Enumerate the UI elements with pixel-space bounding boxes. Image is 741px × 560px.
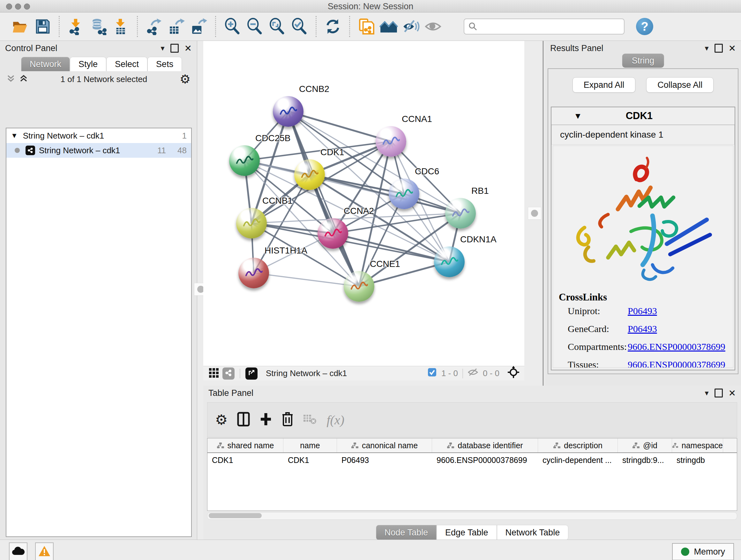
collapse-all-networks-button[interactable] [19, 74, 28, 84]
column-header-description[interactable]: description [538, 438, 618, 452]
help-button[interactable]: ? [636, 18, 653, 35]
crosslink-link[interactable]: P06493 [628, 306, 657, 316]
tab-edge-table[interactable]: Edge Table [436, 525, 497, 540]
create-column-button[interactable] [259, 412, 272, 428]
collapse-all-button[interactable]: Collapse All [646, 77, 714, 92]
network-node-hist1h1a[interactable] [239, 258, 269, 288]
warnings-button[interactable] [35, 543, 54, 560]
network-node-cdk1[interactable] [294, 159, 325, 190]
network-edge[interactable] [254, 273, 359, 287]
delete-column-button[interactable] [282, 412, 293, 428]
network-node-ccna2[interactable] [318, 218, 348, 249]
save-session-button[interactable] [33, 17, 51, 36]
column-header-label: canonical name [362, 441, 418, 450]
close-panel-icon[interactable]: ✕ [185, 43, 192, 54]
zoom-fit-button[interactable] [268, 17, 286, 36]
export-image-button[interactable] [190, 17, 208, 36]
tab-string[interactable]: String [622, 54, 664, 68]
network-node-ccna1[interactable] [376, 126, 406, 157]
houses-icon [380, 18, 398, 35]
crosslink-link[interactable]: 9606.ENSP00000378699 [628, 341, 725, 352]
crosslink-link[interactable]: P06493 [628, 323, 657, 334]
show-selected-button[interactable] [424, 17, 442, 36]
external-link-icon [248, 369, 255, 378]
table-options-gear-icon[interactable]: ⚙ [215, 413, 227, 427]
tab-network[interactable]: Network [21, 57, 70, 71]
panel-menu-icon[interactable]: ▾ [704, 44, 709, 53]
function-builder-button[interactable]: f(x) [327, 413, 344, 428]
table-cell: stringdb [672, 453, 723, 467]
birdseye-navigator-button[interactable] [507, 366, 520, 381]
home-networks-button[interactable] [380, 17, 398, 36]
network-node-cdc6[interactable] [389, 179, 419, 209]
network-edge[interactable] [333, 233, 449, 262]
float-panel-icon[interactable] [715, 388, 723, 397]
network-row[interactable]: String Network – cdk1 11 48 [6, 143, 191, 158]
string-style-button[interactable] [222, 368, 234, 380]
float-panel-icon[interactable] [171, 44, 179, 53]
float-panel-icon[interactable] [715, 44, 723, 53]
open-in-browser-button[interactable] [246, 368, 258, 380]
export-table-button[interactable] [167, 17, 185, 36]
scrollbar-thumb[interactable] [209, 513, 262, 518]
expand-all-networks-button[interactable] [6, 74, 15, 84]
column-header-name[interactable]: name [283, 438, 337, 452]
protein-thumbnail-icon [324, 226, 342, 240]
zoom-out-button[interactable] [246, 17, 264, 36]
search-icon [468, 22, 478, 31]
column-header-shared-name[interactable]: shared name [207, 438, 283, 452]
expand-all-button[interactable]: Expand All [572, 77, 636, 92]
zoom-in-button[interactable] [223, 17, 241, 36]
tab-node-table[interactable]: Node Table [376, 525, 436, 540]
network-view-canvas[interactable]: CCNB2CCNA1CDC25BCDK1CDC6RB1CCNB1CCNA2CDK… [203, 41, 524, 366]
tab-select[interactable]: Select [106, 57, 147, 71]
network-collection-row[interactable]: ▼ String Network – cdk1 1 [6, 128, 191, 143]
table-row[interactable]: CDK1CDK1P064939606.ENSP00000378699cyclin… [207, 453, 737, 467]
eye-slash-icon [402, 18, 420, 35]
refresh-button[interactable] [324, 17, 342, 36]
column-header-database-identifier[interactable]: database identifier [432, 438, 538, 452]
right-divider-handle[interactable] [528, 207, 541, 220]
close-panel-icon[interactable]: ✕ [729, 388, 736, 398]
section-collapse-icon[interactable]: ▼ [574, 111, 582, 121]
network-options-gear-icon[interactable]: ⚙ [180, 73, 191, 85]
show-columns-button[interactable] [237, 412, 250, 428]
open-session-button[interactable] [11, 17, 29, 36]
network-node-ccnb1[interactable] [236, 208, 267, 239]
collection-collapse-icon[interactable]: ▼ [11, 132, 18, 140]
table-horizontal-scrollbar[interactable] [207, 512, 737, 520]
network-node-cdc25b[interactable] [229, 145, 260, 176]
zoom-selected-button[interactable] [290, 17, 308, 36]
protein-thumbnail-icon [300, 168, 319, 182]
export-network-button[interactable] [145, 17, 163, 36]
network-node-rb1[interactable] [445, 198, 476, 229]
network-node-ccne1[interactable] [344, 271, 374, 302]
column-header-namespace[interactable]: namespace [672, 438, 723, 452]
tab-sets[interactable]: Sets [147, 57, 182, 71]
close-panel-icon[interactable]: ✕ [729, 43, 736, 54]
panel-menu-icon[interactable]: ▾ [160, 44, 164, 53]
grid-view-button[interactable] [208, 368, 220, 380]
column-header--id[interactable]: @id [618, 438, 672, 452]
clear-table-button[interactable] [303, 414, 317, 426]
network-node-cdkn1a[interactable] [434, 246, 465, 277]
column-header-canonical-name[interactable]: canonical name [337, 438, 432, 452]
network-node-ccnb2[interactable] [273, 96, 304, 127]
import-network-icon [67, 18, 84, 35]
import-network-database-button[interactable] [89, 17, 107, 36]
node-label-hist1h1a: HIST1H1A [265, 246, 307, 256]
node-label-ccnb1: CCNB1 [262, 196, 293, 206]
search-input[interactable] [478, 20, 624, 33]
search-field[interactable] [464, 18, 624, 35]
memory-button[interactable]: Memory [672, 543, 734, 560]
panel-menu-icon[interactable]: ▾ [704, 388, 709, 397]
import-network-file-button[interactable] [67, 17, 85, 36]
tab-style[interactable]: Style [70, 57, 106, 71]
tab-network-table[interactable]: Network Table [497, 525, 569, 540]
import-table-button[interactable] [112, 17, 130, 36]
copy-network-button[interactable] [357, 17, 375, 36]
hide-selected-button[interactable] [402, 17, 420, 36]
folder-icon [11, 18, 29, 35]
cloud-status-button[interactable] [9, 543, 27, 560]
crosslink-link[interactable]: 9606.ENSP00000378699 [628, 359, 725, 368]
